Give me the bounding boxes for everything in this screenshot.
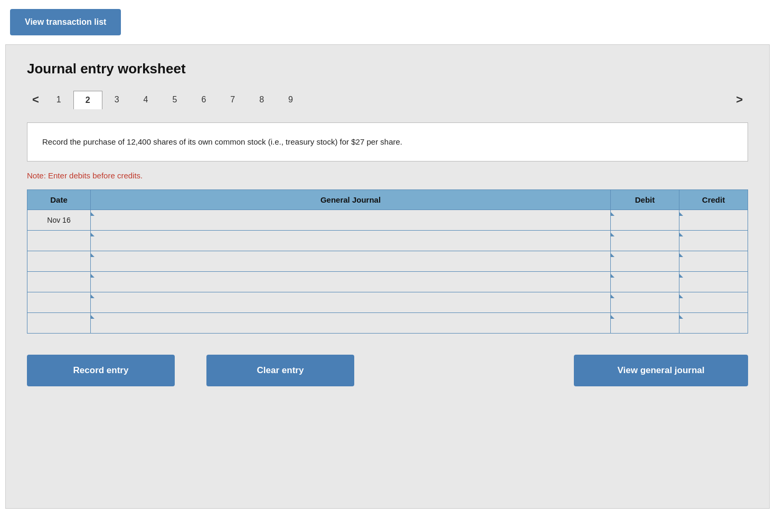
view-general-journal-button[interactable]: View general journal: [574, 355, 748, 386]
cell-indicator: [611, 294, 615, 298]
bottom-buttons: Record entry Clear entry View general jo…: [27, 355, 748, 386]
description-text: Record the purchase of 12,400 shares of …: [42, 137, 402, 146]
debit-cell-5: [611, 292, 679, 313]
table-row: [27, 231, 748, 251]
journal-input-1[interactable]: [91, 210, 610, 230]
table-row: Nov 16: [27, 210, 748, 231]
worksheet-title: Journal entry worksheet: [27, 61, 748, 77]
top-bar: View transaction list: [0, 0, 775, 44]
date-cell-2: [27, 231, 91, 251]
tab-7[interactable]: 7: [218, 90, 247, 109]
cell-indicator: [91, 315, 94, 319]
debit-cell-2: [611, 231, 679, 251]
debit-cell-6: [611, 313, 679, 334]
date-cell-3: [27, 251, 91, 272]
journal-cell-6: [91, 313, 611, 334]
journal-cell-1: [91, 210, 611, 231]
credit-cell-2: [679, 231, 748, 251]
credit-cell-4: [679, 272, 748, 292]
table-row: [27, 292, 748, 313]
debit-input-2[interactable]: [611, 231, 679, 251]
cell-indicator: [679, 274, 683, 278]
cell-indicator: [91, 233, 94, 236]
cell-indicator: [611, 315, 615, 319]
cell-indicator: [611, 274, 615, 278]
cell-indicator: [91, 294, 94, 298]
cell-indicator: [679, 294, 683, 298]
debit-input-6[interactable]: [611, 313, 679, 333]
journal-cell-3: [91, 251, 611, 272]
tab-4[interactable]: 4: [131, 90, 160, 109]
cell-indicator: [611, 212, 615, 216]
credit-input-5[interactable]: [679, 292, 748, 312]
credit-input-6[interactable]: [679, 313, 748, 333]
debit-input-4[interactable]: [611, 272, 679, 292]
header-debit: Debit: [611, 190, 679, 210]
tab-navigation: < 1 2 3 4 5 6 7 8 9 >: [27, 90, 748, 110]
table-row: [27, 272, 748, 292]
date-cell-6: [27, 313, 91, 334]
tab-prev-arrow[interactable]: <: [27, 90, 44, 110]
table-row: [27, 251, 748, 272]
debit-cell-1: [611, 210, 679, 231]
journal-table: Date General Journal Debit Credit Nov 16: [27, 189, 748, 334]
debit-cell-4: [611, 272, 679, 292]
credit-cell-3: [679, 251, 748, 272]
cell-indicator: [91, 253, 94, 257]
tab-2[interactable]: 2: [73, 91, 102, 109]
record-entry-button[interactable]: Record entry: [27, 355, 175, 386]
date-cell-4: [27, 272, 91, 292]
cell-indicator: [611, 253, 615, 257]
tab-1[interactable]: 1: [44, 90, 73, 109]
cell-indicator: [679, 315, 683, 319]
journal-input-5[interactable]: [91, 292, 610, 312]
table-header-row: Date General Journal Debit Credit: [27, 190, 748, 210]
journal-cell-2: [91, 231, 611, 251]
journal-input-2[interactable]: [91, 231, 610, 251]
credit-input-3[interactable]: [679, 251, 748, 271]
clear-entry-button[interactable]: Clear entry: [206, 355, 354, 386]
header-general-journal: General Journal: [91, 190, 611, 210]
tab-next-arrow[interactable]: >: [731, 90, 748, 110]
view-transaction-button[interactable]: View transaction list: [10, 9, 121, 35]
credit-cell-6: [679, 313, 748, 334]
cell-indicator: [679, 253, 683, 257]
cell-indicator: [91, 212, 94, 216]
tab-8[interactable]: 8: [247, 90, 276, 109]
debit-input-1[interactable]: [611, 210, 679, 230]
debit-cell-3: [611, 251, 679, 272]
credit-input-1[interactable]: [679, 210, 748, 230]
note-text: Note: Enter debits before credits.: [27, 171, 748, 180]
table-row: [27, 313, 748, 334]
date-cell-5: [27, 292, 91, 313]
tab-3[interactable]: 3: [102, 90, 131, 109]
cell-indicator: [679, 233, 683, 236]
tab-5[interactable]: 5: [160, 90, 189, 109]
header-date: Date: [27, 190, 91, 210]
tab-9[interactable]: 9: [276, 90, 305, 109]
credit-cell-5: [679, 292, 748, 313]
description-box: Record the purchase of 12,400 shares of …: [27, 122, 748, 162]
cell-indicator: [611, 233, 615, 236]
tab-6[interactable]: 6: [189, 90, 218, 109]
credit-input-4[interactable]: [679, 272, 748, 292]
header-credit: Credit: [679, 190, 748, 210]
journal-cell-4: [91, 272, 611, 292]
debit-input-3[interactable]: [611, 251, 679, 271]
cell-indicator: [679, 212, 683, 216]
debit-input-5[interactable]: [611, 292, 679, 312]
journal-input-3[interactable]: [91, 251, 610, 271]
journal-input-6[interactable]: [91, 313, 610, 333]
main-content: Journal entry worksheet < 1 2 3 4 5 6 7 …: [5, 44, 770, 509]
cell-indicator: [91, 274, 94, 278]
credit-cell-1: [679, 210, 748, 231]
journal-input-4[interactable]: [91, 272, 610, 292]
date-cell-1: Nov 16: [27, 210, 91, 231]
credit-input-2[interactable]: [679, 231, 748, 251]
journal-cell-5: [91, 292, 611, 313]
